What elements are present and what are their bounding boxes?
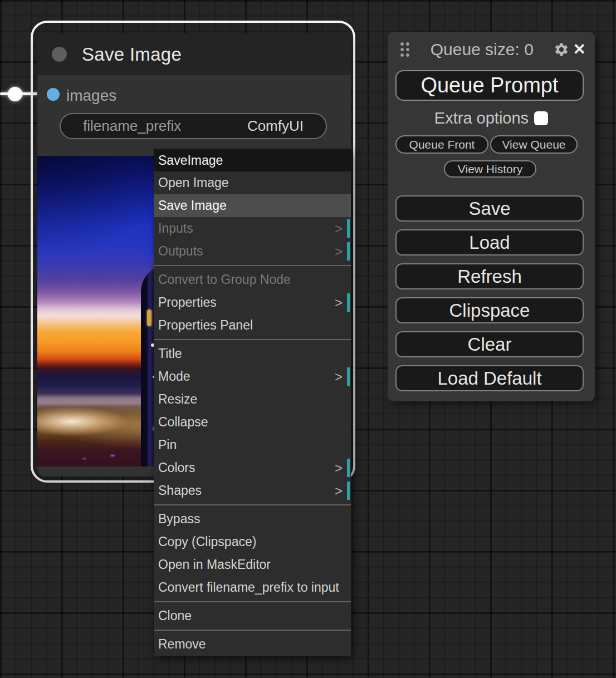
- menu-item-resize[interactable]: Resize: [154, 388, 351, 411]
- widget-filename-prefix[interactable]: filename_prefix ComfyUI: [60, 113, 327, 139]
- context-menu-header: SaveImage: [154, 149, 351, 171]
- clipspace-button[interactable]: Clipspace: [395, 297, 584, 323]
- clear-button[interactable]: Clear: [395, 331, 584, 357]
- input-slot-label: images: [66, 87, 116, 105]
- menu-item-shapes[interactable]: Shapes>: [154, 479, 351, 502]
- submenu-arrow-icon: >: [335, 479, 343, 502]
- menu-divider: [154, 630, 351, 631]
- comfyui-canvas: { "icons": { "close": "✕", "submenu_arro…: [0, 0, 616, 678]
- menu-item-open-in-maskeditor[interactable]: Open in MaskEditor: [154, 553, 351, 576]
- menu-item-inputs[interactable]: Inputs>: [154, 217, 351, 240]
- menu-item-label: Resize: [158, 392, 197, 406]
- queue-panel-header: Queue size: 0 ✕: [388, 40, 595, 60]
- widget-value: ComfyUI: [247, 117, 304, 135]
- menu-item-collapse[interactable]: Collapse: [154, 411, 351, 434]
- submenu-indicator-bar: [347, 367, 350, 386]
- queue-prompt-button[interactable]: Queue Prompt: [395, 70, 584, 101]
- menu-item-label: Outputs: [158, 244, 203, 258]
- menu-item-convert-filename-prefix-to-input[interactable]: Convert filename_prefix to input: [154, 576, 351, 599]
- menu-item-label: Convert filename_prefix to input: [158, 580, 339, 595]
- menu-item-remove[interactable]: Remove: [154, 633, 351, 656]
- widget-label: filename_prefix: [83, 117, 181, 135]
- menu-item-label: Clone: [158, 608, 192, 623]
- menu-item-label: Shapes: [158, 483, 202, 498]
- queue-front-button[interactable]: Queue Front: [395, 135, 488, 154]
- menu-item-label: Save Image: [158, 198, 227, 213]
- menu-item-bypass[interactable]: Bypass: [154, 508, 351, 530]
- link-wire-dot[interactable]: [8, 87, 22, 101]
- menu-item-label: Properties: [158, 295, 217, 309]
- menu-item-clone[interactable]: Clone: [154, 605, 351, 627]
- menu-item-label: Pin: [158, 438, 177, 452]
- menu-item-pin[interactable]: Pin: [154, 434, 351, 456]
- submenu-arrow-icon: >: [335, 365, 343, 388]
- submenu-arrow-icon: >: [335, 456, 343, 479]
- menu-item-label: Copy (Clipspace): [158, 534, 256, 549]
- submenu-indicator-bar: [347, 219, 350, 238]
- menu-item-open-image[interactable]: Open Image: [154, 171, 351, 194]
- menu-item-properties-panel[interactable]: Properties Panel: [154, 314, 351, 337]
- collapse-toggle-icon[interactable]: [52, 47, 67, 62]
- menu-item-convert-to-group-node[interactable]: Convert to Group Node: [154, 268, 351, 291]
- extra-options-row: Extra options: [388, 110, 595, 126]
- menu-item-mode[interactable]: Mode>: [154, 365, 351, 388]
- input-slot-images-icon[interactable]: [47, 88, 60, 101]
- menu-item-label: Open in MaskEditor: [158, 557, 271, 572]
- menu-item-label: Convert to Group Node: [158, 272, 291, 287]
- save-button[interactable]: Save: [395, 195, 584, 222]
- extra-options-label: Extra options: [434, 109, 529, 127]
- menu-item-outputs[interactable]: Outputs>: [154, 240, 351, 263]
- menu-divider: [154, 601, 351, 602]
- menu-item-colors[interactable]: Colors>: [154, 456, 351, 479]
- node-title: Save Image: [82, 33, 182, 75]
- settings-gear-icon[interactable]: [554, 42, 569, 57]
- submenu-indicator-bar: [347, 293, 350, 312]
- queue-size-label: Queue size: 0: [410, 40, 554, 59]
- drag-handle-icon[interactable]: [399, 41, 410, 58]
- menu-item-properties[interactable]: Properties>: [154, 291, 351, 314]
- submenu-indicator-bar: [347, 459, 350, 477]
- submenu-indicator-bar: [347, 242, 350, 261]
- menu-item-label: Title: [158, 346, 182, 361]
- submenu-indicator-bar: [347, 482, 350, 500]
- refresh-button[interactable]: Refresh: [395, 263, 584, 289]
- extra-options-checkbox[interactable]: [534, 111, 548, 125]
- view-history-button[interactable]: View History: [444, 160, 536, 178]
- context-menu-items: Open ImageSave ImageInputs>Outputs>Conve…: [154, 171, 351, 656]
- close-icon[interactable]: ✕: [573, 42, 586, 57]
- menu-item-label: Colors: [158, 460, 195, 475]
- view-queue-button[interactable]: View Queue: [490, 135, 578, 154]
- load-default-button[interactable]: Load Default: [395, 365, 584, 391]
- submenu-arrow-icon: >: [335, 217, 343, 240]
- menu-item-save-image[interactable]: Save Image: [154, 194, 351, 217]
- menu-item-label: Collapse: [158, 415, 208, 429]
- menu-item-label: Open Image: [158, 175, 229, 190]
- menu-divider: [154, 265, 351, 266]
- menu-divider: [154, 339, 351, 340]
- menu-item-label: Inputs: [158, 221, 193, 235]
- menu-item-label: Remove: [158, 637, 206, 651]
- load-button[interactable]: Load: [395, 229, 584, 256]
- node-titlebar[interactable]: Save Image: [37, 33, 351, 75]
- submenu-arrow-icon: >: [335, 240, 343, 263]
- menu-item-label: Bypass: [158, 512, 200, 526]
- menu-divider: [154, 504, 351, 505]
- menu-item-copy-clipspace[interactable]: Copy (Clipspace): [154, 530, 351, 553]
- context-menu: SaveImage Open ImageSave ImageInputs>Out…: [154, 149, 351, 656]
- submenu-arrow-icon: >: [335, 291, 343, 314]
- menu-item-title[interactable]: Title: [154, 342, 351, 365]
- menu-item-label: Properties Panel: [158, 318, 253, 332]
- queue-panel: Queue size: 0 ✕ Queue Prompt Extra optio…: [388, 32, 595, 401]
- menu-item-label: Mode: [158, 369, 190, 384]
